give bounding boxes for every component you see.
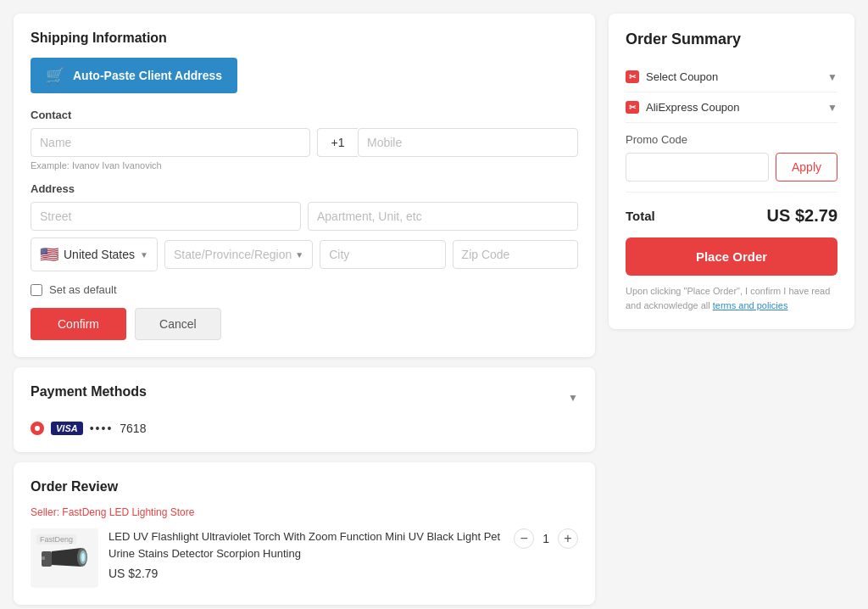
address-row2: 🇺🇸 United States ▼ State/Province/Region… bbox=[31, 237, 578, 271]
example-text: Example: Ivanov Ivan Ivanovich bbox=[31, 160, 578, 170]
order-summary-card: Order Summary ✂ Select Coupon ▼ ✂ AliExp… bbox=[609, 14, 854, 329]
shipping-title: Shipping Information bbox=[31, 31, 578, 46]
phone-group: +1 bbox=[317, 128, 578, 157]
product-thumbnail: FastDeng bbox=[31, 528, 98, 588]
svg-point-5 bbox=[81, 553, 85, 562]
product-title: LED UV Flashlight Ultraviolet Torch With… bbox=[108, 528, 504, 562]
country-label: United States bbox=[64, 248, 135, 261]
seller-info: Seller: FastDeng LED Lighting Store bbox=[31, 506, 578, 518]
terms-text: Upon clicking "Place Order", I confirm I… bbox=[626, 284, 837, 312]
city-input[interactable] bbox=[320, 240, 445, 269]
total-row: Total US $2.79 bbox=[626, 193, 837, 237]
auto-paste-button[interactable]: 🛒 Auto-Paste Client Address bbox=[31, 58, 237, 93]
apartment-input[interactable] bbox=[308, 202, 578, 231]
payment-title: Payment Methods bbox=[31, 384, 147, 399]
qty-decrease-button[interactable]: − bbox=[514, 528, 534, 549]
payment-chevron-icon[interactable]: ▼ bbox=[568, 392, 578, 404]
select-coupon-inner: ✂ Select Coupon bbox=[626, 70, 718, 83]
street-input[interactable] bbox=[31, 202, 301, 231]
aliexpress-coupon-icon: ✂ bbox=[626, 101, 639, 114]
product-row: FastDeng bbox=[31, 528, 578, 588]
auto-paste-label: Auto-Paste Client Address bbox=[73, 69, 222, 82]
order-review-card: Order Review Seller: FastDeng LED Lighti… bbox=[14, 462, 595, 605]
shipping-information-card: Shipping Information 🛒 Auto-Paste Client… bbox=[14, 14, 595, 357]
aliexpress-coupon-chevron-icon: ▼ bbox=[827, 102, 837, 114]
action-buttons: Confirm Cancel bbox=[31, 308, 578, 340]
payment-radio[interactable] bbox=[31, 422, 44, 435]
set-default-label: Set as default bbox=[49, 283, 117, 296]
country-select[interactable]: 🇺🇸 United States ▼ bbox=[31, 237, 158, 271]
name-input[interactable] bbox=[31, 128, 310, 157]
card-last4: 7618 bbox=[120, 422, 146, 435]
terms-link[interactable]: terms and policies bbox=[713, 300, 788, 310]
total-value: US $2.79 bbox=[767, 206, 837, 226]
promo-code-label: Promo Code bbox=[626, 133, 837, 146]
total-label: Total bbox=[626, 209, 655, 223]
svg-rect-6 bbox=[42, 556, 45, 560]
brand-label: FastDeng bbox=[36, 534, 76, 545]
set-default-checkbox[interactable] bbox=[31, 284, 42, 296]
mobile-input[interactable] bbox=[358, 128, 578, 157]
select-coupon-label: Select Coupon bbox=[646, 70, 718, 83]
select-coupon-chevron-icon: ▼ bbox=[827, 71, 837, 83]
cancel-button[interactable]: Cancel bbox=[135, 308, 221, 340]
phone-country-code: +1 bbox=[317, 128, 358, 157]
state-select[interactable]: State/Province/Region ▼ bbox=[164, 240, 313, 269]
address-row1 bbox=[31, 202, 578, 231]
svg-marker-2 bbox=[52, 548, 81, 567]
product-quantity-control: − 1 + bbox=[514, 528, 578, 549]
address-label: Address bbox=[31, 182, 578, 195]
payment-card-row: VISA •••• 7618 bbox=[31, 422, 578, 435]
select-coupon-row[interactable]: ✂ Select Coupon ▼ bbox=[626, 62, 837, 92]
aliexpress-coupon-row[interactable]: ✂ AliExpress Coupon ▼ bbox=[626, 92, 837, 123]
visa-badge: VISA bbox=[51, 422, 83, 435]
payment-methods-card: Payment Methods ▼ VISA •••• 7618 bbox=[14, 367, 595, 452]
promo-input-row: Apply bbox=[626, 153, 837, 182]
country-chevron-icon: ▼ bbox=[140, 250, 148, 260]
payment-header: Payment Methods ▼ bbox=[31, 384, 578, 411]
confirm-button[interactable]: Confirm bbox=[31, 308, 126, 340]
order-summary-title: Order Summary bbox=[626, 31, 837, 48]
seller-prefix: Seller: bbox=[31, 506, 59, 518]
product-info: LED UV Flashlight Ultraviolet Torch With… bbox=[108, 528, 504, 580]
state-placeholder: State/Province/Region bbox=[174, 248, 292, 261]
promo-code-input[interactable] bbox=[626, 153, 769, 182]
contact-label: Contact bbox=[31, 109, 578, 121]
contact-row: +1 bbox=[31, 128, 578, 157]
qty-value: 1 bbox=[542, 532, 549, 545]
product-price: US $2.79 bbox=[108, 567, 504, 580]
aliexpress-coupon-inner: ✂ AliExpress Coupon bbox=[626, 101, 740, 114]
seller-name: FastDeng LED Lighting Store bbox=[62, 506, 194, 518]
select-coupon-icon: ✂ bbox=[626, 70, 639, 83]
set-default-row: Set as default bbox=[31, 283, 578, 296]
place-order-button[interactable]: Place Order bbox=[626, 237, 837, 276]
promo-section: Promo Code Apply bbox=[626, 123, 837, 193]
address-section: Address 🇺🇸 United States ▼ State/Provinc… bbox=[31, 182, 578, 271]
state-chevron-icon: ▼ bbox=[295, 250, 303, 260]
us-flag-icon: 🇺🇸 bbox=[40, 245, 58, 264]
qty-increase-button[interactable]: + bbox=[558, 528, 578, 549]
apply-button[interactable]: Apply bbox=[776, 153, 837, 182]
card-dots: •••• bbox=[90, 422, 114, 435]
order-review-title: Order Review bbox=[31, 479, 578, 494]
aliexpress-coupon-label: AliExpress Coupon bbox=[646, 101, 740, 114]
cart-icon: 🛒 bbox=[46, 66, 64, 85]
zip-input[interactable] bbox=[453, 240, 578, 269]
